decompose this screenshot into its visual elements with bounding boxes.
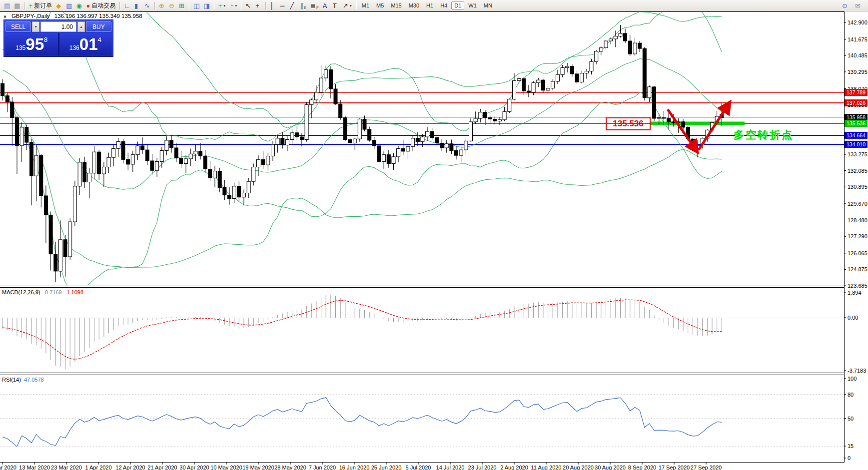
svg-text:25 Jun 2020: 25 Jun 2020 — [371, 465, 402, 470]
profiles-icon[interactable]: ◨ — [201, 1, 211, 10]
svg-text:15: 15 — [848, 443, 854, 449]
svg-text:124.875: 124.875 — [848, 266, 868, 272]
search-icon[interactable]: ⊙ — [840, 1, 850, 10]
volume-increase-button[interactable]: ▲ — [77, 21, 85, 32]
volume-decrease-button[interactable]: ▼ — [32, 21, 39, 32]
svg-text:135.536: 135.536 — [847, 120, 866, 126]
arrows-icon[interactable]: ↗▾ — [341, 1, 354, 10]
chart-candles-icon: ▮ — [134, 2, 138, 9]
data-window-icon[interactable]: ▦ — [12, 1, 22, 10]
svg-text:128.480: 128.480 — [848, 217, 868, 223]
timeframe-mn[interactable]: MN — [481, 1, 495, 9]
horizontal-line-icon[interactable]: ─ — [278, 1, 288, 10]
svg-text:30 Aug 2020: 30 Aug 2020 — [595, 465, 626, 470]
mt4-app: ▤▦+新订单◆▥◉●自动交易∟▮∿⊕⊖⊞◫◨+▾◔▾↖+│─╱∥E≣FAT↗▾M… — [0, 0, 868, 470]
crosshair-icon[interactable]: + — [253, 1, 263, 10]
chevron-down-icon: ▾ — [235, 3, 237, 8]
one-click-trading-panel: SELL ▼ ▲ BUY 135958 136014 — [4, 20, 113, 56]
market-watch-icon: ◆ — [56, 2, 61, 9]
svg-text:17 Sep 2020: 17 Sep 2020 — [659, 465, 690, 470]
tile-windows-icon[interactable]: ⊞ — [177, 1, 187, 10]
period-icon: ◔ — [229, 2, 233, 9]
market-watch-icon[interactable]: ◆ — [54, 1, 64, 10]
chart-window-icon[interactable]: ▤ — [2, 1, 12, 10]
new-order-button[interactable]: +新订单 — [27, 1, 54, 10]
buy-price-sup: 4 — [98, 36, 101, 43]
svg-text:21 Apr 2020: 21 Apr 2020 — [147, 465, 177, 470]
svg-text:4 Mar 2020: 4 Mar 2020 — [0, 465, 16, 470]
vertical-line-icon[interactable]: │ — [268, 1, 278, 10]
svg-text:28 May 2020: 28 May 2020 — [274, 465, 306, 470]
timeframe-m1[interactable]: M1 — [359, 1, 372, 9]
svg-text:123.685: 123.685 — [848, 283, 868, 289]
chart-line-icon[interactable]: ∿ — [142, 1, 152, 10]
svg-text:16 Jun 2020: 16 Jun 2020 — [339, 465, 370, 470]
metaeditor-icon[interactable]: ▥ — [64, 1, 74, 10]
svg-text:12 Apr 2020: 12 Apr 2020 — [115, 465, 145, 470]
timeframe-h4[interactable]: H4 — [437, 1, 450, 9]
svg-text:14 Jul 2020: 14 Jul 2020 — [436, 465, 465, 470]
toolbar-separator — [24, 2, 25, 9]
chevron-down-icon: ▾ — [350, 3, 352, 8]
channel-icon-sub: E — [304, 5, 306, 10]
svg-text:7 Jun 2020: 7 Jun 2020 — [309, 465, 336, 470]
svg-text:-3.7183: -3.7183 — [848, 368, 866, 374]
autotrading-button[interactable]: ●自动交易 — [84, 1, 117, 10]
crosshair-icon: + — [255, 2, 259, 9]
quote-line: ▲ GBPJPY-,Daily 136.196 136.997 135.349 … — [3, 13, 142, 19]
svg-text:141.675: 141.675 — [848, 36, 868, 42]
zoom-in-icon: ⊕ — [159, 2, 164, 9]
zoom-in-icon[interactable]: ⊕ — [157, 1, 167, 10]
chat-icon[interactable]: ✉ — [853, 1, 863, 10]
signals-icon[interactable]: ◉ — [74, 1, 84, 10]
timeframe-h1[interactable]: H1 — [423, 1, 436, 9]
trendline-icon: ╱ — [290, 2, 294, 9]
svg-text:135.958: 135.958 — [847, 114, 866, 120]
autotrading-button-label: 自动交易 — [91, 1, 115, 10]
tile-windows-icon: ⊞ — [179, 2, 184, 9]
cursor-icon[interactable]: ↖ — [243, 1, 253, 10]
autotrading-button: ● — [86, 2, 90, 9]
turning-point-label[interactable]: 多空转折点 — [734, 128, 794, 142]
volume-input[interactable] — [40, 21, 76, 32]
buy-price-prefix: 136 — [69, 44, 79, 51]
templates-icon[interactable]: ◫ — [191, 1, 201, 10]
timeframe-m5[interactable]: M5 — [373, 1, 387, 9]
timeframe-m15[interactable]: M15 — [388, 1, 404, 9]
timeframe-m30[interactable]: M30 — [406, 1, 422, 9]
chart-bars-icon[interactable]: ∟ — [122, 1, 132, 10]
sell-price[interactable]: 135958 — [5, 33, 58, 55]
label-icon[interactable]: T — [331, 1, 341, 10]
text-icon[interactable]: A — [321, 1, 331, 10]
price-annotation-box[interactable]: 135.536 — [606, 117, 651, 130]
channel-icon[interactable]: ∥E — [298, 1, 308, 10]
svg-text:1.894: 1.894 — [848, 290, 862, 296]
fibonacci-icon[interactable]: ≣F — [308, 1, 321, 10]
chart-candles-icon[interactable]: ▮ — [132, 1, 142, 10]
toolbar-separator — [241, 2, 241, 9]
toolbar-separator — [189, 2, 189, 9]
buy-price[interactable]: 136014 — [59, 33, 112, 55]
timeframe-d1[interactable]: D1 — [451, 1, 464, 9]
data-window-icon: ▦ — [14, 2, 20, 9]
svg-text:133.275: 133.275 — [848, 151, 868, 157]
trendline-icon[interactable]: ╱ — [288, 1, 298, 10]
svg-text:19 May 2020: 19 May 2020 — [242, 465, 274, 470]
chart-canvas[interactable]: 142.900141.675140.485139.295138.070136.8… — [0, 11, 868, 470]
svg-text:20 Aug 2020: 20 Aug 2020 — [563, 465, 594, 470]
macd-label-row: MACD(12,26,9) -0.7169 -1.1098 — [2, 289, 83, 295]
sell-price-big: 95 — [25, 34, 44, 55]
main-toolbar: ▤▦+新订单◆▥◉●自动交易∟▮∿⊕⊖⊞◫◨+▾◔▾↖+│─╱∥E≣FAT↗▾M… — [0, 0, 868, 11]
svg-text:132.085: 132.085 — [848, 168, 868, 174]
sell-button[interactable]: SELL — [5, 21, 31, 32]
period-icon[interactable]: ◔▾ — [227, 1, 239, 10]
rsi-value: 47.0578 — [24, 377, 44, 383]
zoom-out-icon: ⊖ — [169, 2, 174, 9]
buy-button[interactable]: BUY — [86, 21, 111, 32]
add-indicator-button[interactable]: +▾ — [216, 1, 228, 10]
toolbar-right: ⊙✉ — [840, 1, 866, 10]
macd-signal-value: -1.1098 — [65, 289, 83, 295]
symbol-marker-icon: ▲ — [3, 14, 7, 18]
zoom-out-icon[interactable]: ⊖ — [167, 1, 177, 10]
timeframe-w1[interactable]: W1 — [465, 1, 480, 9]
